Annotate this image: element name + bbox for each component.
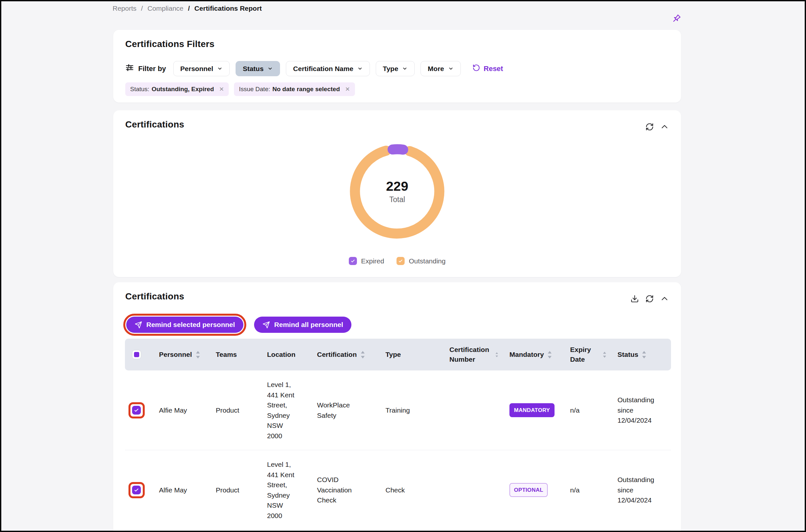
cell-mandatory: MANDATORY [499, 403, 559, 417]
table-row: Alfie MayProductLevel 1, 441 Kent Street… [125, 370, 671, 450]
column-label: Status [617, 350, 638, 359]
breadcrumb-separator: / [141, 4, 143, 12]
legend-checkbox-expired[interactable] [349, 257, 357, 265]
cell-location: Level 1, 441 Kent Street, Sydney NSW 200… [256, 380, 306, 441]
cell-certification: COVID Vaccination Check [306, 475, 374, 506]
send-icon [263, 321, 270, 329]
chip-value: No date range selected [272, 86, 340, 93]
cell-mandatory: OPTIONAL [499, 483, 559, 497]
cell-location: Level 1, 441 Kent Street, Sydney NSW 200… [256, 459, 306, 521]
check-icon [134, 407, 139, 413]
filter-button-label: More [428, 65, 444, 73]
filter-button-status[interactable]: Status [236, 61, 280, 76]
highlight-ring [129, 402, 145, 418]
refresh-icon[interactable] [645, 294, 654, 303]
breadcrumb-compliance[interactable]: Compliance [147, 4, 183, 12]
sort-icon [195, 350, 201, 359]
chevron-down-icon [448, 66, 454, 71]
column-label: Expiry Date [570, 345, 599, 365]
filter-by: Filter by [125, 63, 166, 74]
sort-icon [641, 350, 647, 359]
donut-chart: 229 Total [349, 143, 446, 240]
cell-select [125, 482, 148, 498]
sort-icon [360, 350, 365, 359]
certifications-table-card: Certifications Remind selected personnel… [113, 282, 681, 532]
column-header-personnel[interactable]: Personnel [148, 350, 205, 359]
check-icon [398, 259, 403, 263]
chip-close-icon[interactable]: ✕ [219, 86, 224, 93]
column-header-expiry-date[interactable]: Expiry Date [559, 345, 606, 365]
remind-selected-personnel-button[interactable]: Remind selected personnel [126, 317, 243, 333]
collapse-chevron-icon[interactable] [660, 294, 669, 303]
column-label: Type [386, 350, 401, 359]
sort-icon [603, 350, 606, 359]
table-card-title: Certifications [125, 291, 184, 302]
highlight-ring: Remind selected personnel [123, 314, 246, 336]
legend-item-expired: Expired [349, 257, 384, 265]
filters-card: Certifications Filters Filter by Personn… [113, 30, 681, 102]
row-checkbox[interactable] [132, 486, 141, 494]
filter-button-label: Type [383, 65, 398, 73]
check-icon [134, 487, 139, 493]
column-header-type: Type [374, 350, 438, 359]
filter-button-more[interactable]: More [420, 61, 461, 76]
breadcrumb-current-page: Certifications Report [194, 4, 262, 12]
filter-button-certification-name[interactable]: Certification Name [286, 61, 370, 76]
filter-chip-status: Status:Outstanding, Expired✕ [125, 82, 229, 96]
cell-expiry-date: n/a [559, 485, 606, 495]
filter-button-personnel[interactable]: Personnel [173, 61, 230, 76]
filter-button-label: Personnel [181, 65, 213, 73]
breadcrumb-reports[interactable]: Reports [113, 4, 137, 12]
filter-buttons-group: PersonnelStatusCertification NameTypeMor… [173, 61, 461, 76]
donut-segment-outstanding [355, 151, 439, 233]
certifications-chart-card: Certifications 229 Total ExpiredOutst [113, 110, 681, 277]
reset-button[interactable]: Reset [470, 63, 505, 74]
send-icon [135, 321, 142, 329]
cell-select [125, 402, 148, 418]
row-checkbox[interactable] [132, 406, 141, 415]
legend-checkbox-outstanding[interactable] [396, 257, 405, 265]
column-label: Certification [317, 350, 357, 359]
cell-expiry-date: n/a [559, 405, 606, 416]
chip-value: Outstanding, Expired [152, 86, 214, 93]
check-icon [351, 259, 355, 263]
reset-icon [472, 64, 480, 74]
filter-button-type[interactable]: Type [376, 61, 415, 76]
remind-buttons-row: Remind selected personnelRemind all pers… [123, 314, 351, 336]
download-icon[interactable] [631, 294, 639, 303]
column-header-teams: Teams [205, 350, 256, 359]
cell-personnel: Alfie May [148, 405, 205, 416]
column-header-certification[interactable]: Certification [306, 350, 374, 359]
column-header-status[interactable]: Status [606, 350, 671, 359]
table-header-row: PersonnelTeamsLocationCertificationTypeC… [125, 339, 671, 370]
screenshot-frame: Reports / Compliance / Certifications Re… [0, 0, 806, 532]
table-row: Alfie MayProductLevel 1, 441 Kent Street… [125, 450, 671, 530]
column-label: Certification Number [449, 345, 492, 365]
breadcrumb-separator: / [188, 4, 190, 12]
select-all-header-cell [125, 350, 148, 359]
chip-close-icon[interactable]: ✕ [345, 86, 350, 93]
sort-icon [495, 350, 499, 359]
sliders-icon [125, 63, 134, 74]
chevron-down-icon [217, 66, 223, 71]
mandatory-badge: MANDATORY [509, 403, 555, 417]
filter-button-label: Certification Name [293, 65, 353, 73]
donut-segment-expired [393, 149, 403, 150]
refresh-icon[interactable] [645, 122, 654, 131]
sort-icon [547, 350, 552, 359]
collapse-chevron-icon[interactable] [660, 122, 669, 131]
table-card-actions [631, 294, 669, 303]
column-header-mandatory[interactable]: Mandatory [499, 350, 559, 359]
chevron-down-icon [402, 66, 408, 71]
column-header-location: Location [256, 350, 306, 359]
button-label: Remind selected personnel [146, 321, 235, 329]
chip-label: Status: [130, 86, 149, 93]
chevron-down-icon [267, 66, 273, 71]
select-all-checkbox[interactable] [132, 350, 141, 359]
column-header-certification-number[interactable]: Certification Number [438, 345, 499, 365]
pin-icon[interactable] [670, 13, 682, 25]
column-label: Personnel [159, 350, 192, 359]
table-body: Alfie MayProductLevel 1, 441 Kent Street… [125, 370, 671, 530]
breadcrumb: Reports / Compliance / Certifications Re… [113, 4, 262, 12]
remind-all-personnel-button[interactable]: Remind all personnel [254, 317, 351, 333]
